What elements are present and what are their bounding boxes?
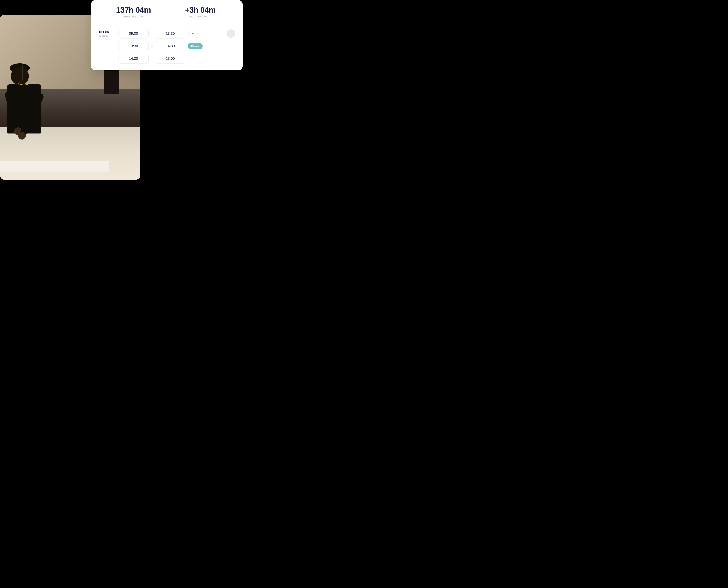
time-tracking-card: 137h 04m WORKED HOURS +3h 04m HOUR BALAN… — [91, 0, 243, 70]
worked-hours-stat: 137h 04m WORKED HOURS — [100, 6, 167, 18]
separator-2: – — [151, 44, 153, 48]
hour-balance-value: +3h 04m — [167, 6, 234, 14]
entry-row-1: 09:00 – 13:30 + — [118, 29, 224, 39]
worked-hours-value: 137h 04m — [100, 6, 167, 14]
earphone-wire — [23, 65, 23, 80]
entries-and-more: 09:00 – 13:30 + 13:30 – 14:30 Break — [118, 29, 235, 64]
main-arm-right — [19, 92, 45, 138]
hour-balance-label: HOUR BALANCE — [167, 16, 234, 18]
entry-row-2: 13:30 – 14:30 Break — [118, 41, 224, 51]
entry-3-end-time[interactable]: 18:00 — [155, 54, 186, 64]
main-arm-left — [4, 91, 22, 133]
date-label: 15 Feb Tuesday — [99, 29, 114, 37]
stats-row: 137h 04m WORKED HOURS +3h 04m HOUR BALAN… — [91, 0, 243, 23]
plus-icon: + — [192, 31, 194, 36]
date-day: 15 Feb — [99, 30, 114, 34]
worked-hours-label: WORKED HOURS — [100, 16, 167, 18]
hour-balance-stat: +3h 04m HOUR BALANCE — [167, 6, 234, 18]
main-torso — [7, 84, 41, 133]
entry-1-end-time[interactable]: 13:30 — [155, 29, 186, 39]
date-weekday: Tuesday — [99, 34, 114, 37]
separator-1: – — [151, 31, 153, 36]
time-entries-section: 15 Feb Tuesday 09:00 – 13:30 + — [91, 23, 243, 70]
entry-2-end-time[interactable]: 14:30 — [155, 41, 186, 51]
entry-row-3: 14:30 – 18:00 — [118, 54, 224, 64]
more-options-button[interactable]: ⋮ — [227, 29, 235, 38]
more-dots-icon: ⋮ — [229, 31, 233, 36]
entry-1-start-time[interactable]: 09:00 — [118, 29, 149, 39]
necklace — [18, 81, 30, 85]
date-section: 15 Feb Tuesday 09:00 – 13:30 + — [99, 29, 235, 64]
entries-list: 09:00 – 13:30 + 13:30 – 14:30 Break — [118, 29, 224, 64]
entry-2-start-time[interactable]: 13:30 — [118, 41, 149, 51]
separator-3: – — [151, 57, 153, 61]
break-badge[interactable]: Break — [188, 43, 203, 49]
entry-3-start-time[interactable]: 14:30 — [118, 54, 149, 64]
main-figure — [7, 84, 41, 133]
table-paper — [0, 161, 109, 172]
add-entry-button[interactable]: + — [189, 29, 197, 38]
